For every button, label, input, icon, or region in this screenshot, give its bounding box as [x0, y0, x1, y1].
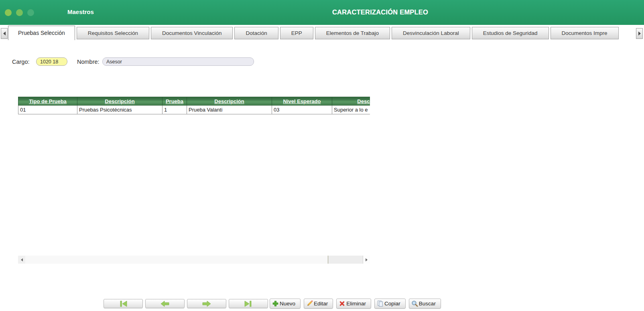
last-record-button[interactable] — [229, 299, 268, 308]
eliminar-button[interactable]: Eliminar — [336, 299, 371, 309]
tab-strip: Pruebas Selección Requisitos Selección D… — [8, 25, 635, 40]
column-header[interactable]: Nivel Esperado — [272, 97, 332, 106]
cargo-input[interactable] — [36, 57, 67, 66]
tab-scroll-left-button[interactable] — [1, 28, 8, 39]
table-cell: 03 — [272, 106, 332, 114]
pencil-icon — [306, 300, 313, 307]
last-record-icon — [244, 301, 253, 307]
tab-label: Documentos Vinculación — [162, 30, 221, 36]
scrollbar-left-button[interactable] — [18, 256, 25, 264]
tab[interactable]: Documentos Vinculación — [151, 27, 233, 39]
tab[interactable]: Documentos Impre — [551, 27, 619, 39]
table-cell: 1 — [163, 106, 187, 114]
column-header[interactable]: Tipo de Prueba — [18, 97, 77, 106]
tab[interactable]: Desvinculación Laboral — [392, 27, 470, 39]
first-record-icon — [118, 301, 128, 307]
window-title: Maestros — [67, 8, 94, 15]
scroll-right-arrow-icon — [365, 258, 368, 262]
editar-label: Editar — [314, 301, 328, 307]
previous-record-button[interactable] — [145, 299, 185, 308]
tab-label: Desvinculación Laboral — [403, 30, 459, 36]
tab-label: Requisitos Selección — [88, 30, 138, 36]
table-row[interactable]: 01Pruebas Psicotécnicas1Prueba Valanti03… — [18, 106, 370, 114]
column-header-label: Descripción — [214, 98, 244, 104]
window-control-dot-1[interactable] — [5, 9, 12, 16]
tab-label: Elementos de Trabajo — [326, 30, 379, 36]
page-title: CARACTERIZACIÓN EMPLEO — [332, 8, 428, 16]
table-cell: Prueba Valanti — [187, 106, 272, 114]
first-record-button[interactable] — [104, 299, 143, 308]
column-header[interactable]: Prueba — [163, 97, 187, 106]
horizontal-scrollbar[interactable] — [18, 256, 370, 264]
previous-record-icon — [160, 301, 170, 307]
tab[interactable]: Elementos de Trabajo — [315, 27, 390, 39]
column-header[interactable]: Descripción — [332, 97, 370, 106]
column-header[interactable]: Descripción — [187, 97, 272, 106]
tab[interactable]: Estudios de Seguridad — [472, 27, 549, 39]
action-toolbar: Nuevo Editar Eliminar Copiar — [270, 299, 441, 309]
scroll-left-arrow-icon — [20, 258, 23, 262]
delete-x-icon — [339, 300, 345, 307]
cargo-form-row: Cargo: Nombre: — [0, 57, 644, 67]
search-icon — [411, 300, 418, 307]
tab[interactable]: Dotación — [234, 27, 278, 39]
tab-scroll-right-button[interactable] — [636, 28, 643, 39]
eliminar-label: Eliminar — [346, 301, 366, 307]
nombre-input[interactable] — [102, 57, 254, 66]
tab[interactable]: EPP — [280, 27, 313, 39]
tab-label: Documentos Impre — [562, 30, 607, 36]
column-header[interactable]: Descripción — [77, 97, 163, 106]
column-header-label: Tipo de Prueba — [29, 98, 67, 104]
buscar-button[interactable]: Buscar — [409, 299, 441, 309]
copiar-label: Copiar — [384, 301, 400, 307]
table-cell: Pruebas Psicotécnicas — [77, 106, 163, 114]
cargo-label: Cargo: — [12, 59, 30, 65]
column-header-label: Descripción — [105, 98, 134, 104]
next-record-button[interactable] — [187, 299, 226, 308]
editar-button[interactable]: Editar — [304, 299, 333, 309]
next-record-icon — [202, 301, 211, 307]
window-control-dot-3[interactable] — [27, 9, 34, 16]
nombre-label: Nombre: — [77, 59, 100, 65]
tab[interactable]: Requisitos Selección — [77, 27, 149, 39]
titlebar: Maestros CARACTERIZACIÓN EMPLEO — [0, 0, 644, 25]
window-control-dot-2[interactable] — [16, 9, 23, 16]
nuevo-label: Nuevo — [280, 301, 295, 307]
table-cell: Superior a lo e — [332, 106, 370, 114]
tab-bar: Pruebas Selección Requisitos Selección D… — [0, 25, 644, 40]
pruebas-table: Tipo de PruebaDescripciónPruebaDescripci… — [18, 97, 370, 114]
tab-label: Dotación — [246, 30, 267, 36]
tab-label: Pruebas Selección — [18, 30, 65, 36]
tab-label: EPP — [291, 30, 302, 36]
copiar-button[interactable]: Copiar — [374, 299, 406, 309]
tab-label: Estudios de Seguridad — [483, 30, 538, 36]
plus-icon — [272, 300, 279, 307]
record-navigation — [104, 299, 268, 308]
copy-icon — [377, 300, 384, 307]
nuevo-button[interactable]: Nuevo — [270, 299, 301, 309]
column-header-label: Prueba — [166, 98, 183, 104]
column-header-label: Descripción — [357, 98, 370, 104]
table-cell: 01 — [18, 106, 77, 114]
tab[interactable]: Pruebas Selección — [8, 26, 75, 40]
buscar-label: Buscar — [419, 301, 436, 307]
chevron-left-icon — [3, 31, 6, 36]
chevron-right-icon — [638, 31, 641, 36]
scrollbar-right-button[interactable] — [363, 256, 370, 264]
window-controls — [5, 9, 34, 16]
scrollbar-thumb[interactable] — [25, 256, 328, 264]
column-header-label: Nivel Esperado — [283, 98, 321, 104]
